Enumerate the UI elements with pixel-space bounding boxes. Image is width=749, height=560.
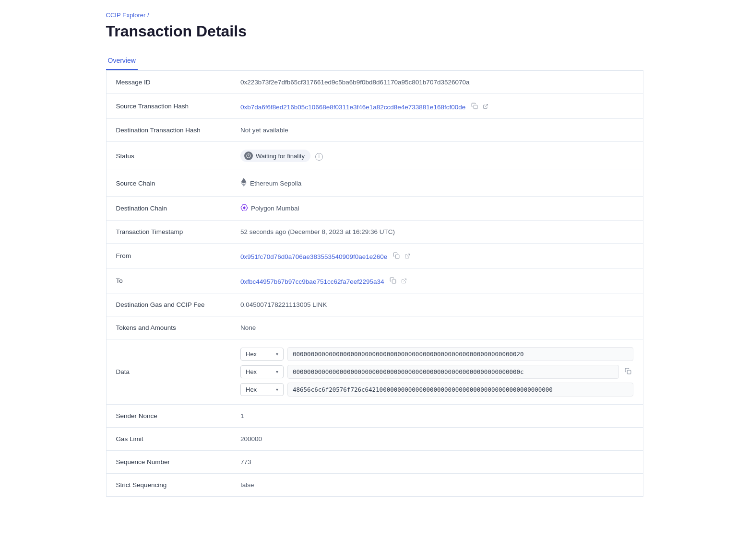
- row-tx-timestamp: Transaction Timestamp 52 seconds ago (De…: [106, 221, 643, 244]
- status-badge: Waiting for finality: [240, 150, 310, 162]
- label-strict-sequencing: Strict Sequencing: [106, 474, 231, 497]
- status-info-icon[interactable]: i: [315, 153, 323, 161]
- from-external-icon[interactable]: [404, 252, 411, 260]
- source-tx-hash-link[interactable]: 0xb7da6f6f8ed216b05c10668e8f0311e3f46e1a…: [240, 104, 465, 111]
- label-tx-timestamp: Transaction Timestamp: [106, 221, 231, 244]
- from-copy-icon[interactable]: [392, 251, 401, 260]
- label-dest-chain: Destination Chain: [106, 197, 231, 221]
- label-to: To: [106, 268, 231, 293]
- source-tx-hash-copy-icon[interactable]: [470, 102, 479, 110]
- label-data: Data: [106, 339, 231, 405]
- svg-line-1: [485, 105, 488, 107]
- value-to: 0xfbc44957b67b97cc9bae751cc62fa7eef2295a…: [231, 268, 643, 293]
- row-tokens-amounts: Tokens and Amounts None: [106, 316, 643, 339]
- row-dest-chain: Destination Chain Polygon Mumbai: [106, 197, 643, 221]
- data-format-arrow-1: ▾: [276, 369, 278, 374]
- row-status: Status Waiting for finality i: [106, 142, 643, 170]
- value-dest-chain: Polygon Mumbai: [231, 197, 643, 221]
- data-format-select-2[interactable]: Hex ▾: [240, 383, 284, 396]
- breadcrumb: CCIP Explorer /: [106, 12, 643, 19]
- data-row-2: Hex ▾ 48656c6c6f20576f726c64210000000000…: [240, 383, 633, 397]
- value-from: 0x951fc70d76d0a706ae383553540909f0ae1e26…: [231, 244, 643, 268]
- value-tx-timestamp: 52 seconds ago (December 8, 2023 at 16:2…: [231, 221, 643, 244]
- from-address-link[interactable]: 0x951fc70d76d0a706ae383553540909f0ae1e26…: [240, 253, 387, 260]
- row-dest-tx-hash: Destination Transaction Hash Not yet ava…: [106, 119, 643, 142]
- label-source-tx-hash: Source Transaction Hash: [106, 94, 231, 119]
- data-format-arrow-2: ▾: [276, 387, 278, 392]
- data-format-label-0: Hex: [246, 350, 257, 358]
- source-chain-name: Ethereum Sepolia: [250, 180, 301, 187]
- value-source-tx-hash: 0xb7da6f6f8ed216b05c10668e8f0311e3f46e1a…: [231, 94, 643, 119]
- svg-rect-0: [474, 105, 477, 109]
- data-format-select-1[interactable]: Hex ▾: [240, 365, 284, 378]
- value-source-chain: Ethereum Sepolia: [231, 170, 643, 197]
- row-sequence-number: Sequence Number 773: [106, 451, 643, 474]
- data-value-0: 0000000000000000000000000000000000000000…: [287, 347, 633, 361]
- to-address-link[interactable]: 0xfbc44957b67b97cc9bae751cc62fa7eef2295a…: [240, 278, 384, 285]
- to-external-icon[interactable]: [400, 277, 408, 285]
- value-tokens-amounts: None: [231, 316, 643, 339]
- value-message-id: 0x223b73f2e7dfb65cf317661ed9c5ba6b9f0bd8…: [231, 71, 643, 94]
- source-chain-container: Ethereum Sepolia: [240, 178, 301, 188]
- label-sequence-number: Sequence Number: [106, 451, 231, 474]
- data-format-select-0[interactable]: Hex ▾: [240, 348, 284, 361]
- source-tx-hash-external-icon[interactable]: [482, 103, 489, 110]
- breadcrumb-parent[interactable]: CCIP Explorer: [106, 12, 146, 19]
- value-sender-nonce: 1: [231, 405, 643, 428]
- svg-rect-7: [392, 280, 396, 283]
- svg-line-8: [404, 279, 406, 282]
- svg-marker-3: [241, 178, 246, 183]
- label-source-chain: Source Chain: [106, 170, 231, 197]
- label-from: From: [106, 244, 231, 268]
- tabs-bar: Overview: [106, 52, 643, 70]
- label-dest-gas-fee: Destination Gas and CCIP Fee: [106, 293, 231, 316]
- label-sender-nonce: Sender Nonce: [106, 405, 231, 428]
- row-gas-limit: Gas Limit 200000: [106, 428, 643, 451]
- page-container: CCIP Explorer / Transaction Details Over…: [87, 0, 663, 508]
- label-status: Status: [106, 142, 231, 170]
- value-dest-gas-fee: 0.045007178221113005 LINK: [231, 293, 643, 316]
- svg-marker-4: [241, 183, 246, 187]
- row-from: From 0x951fc70d76d0a706ae383553540909f0a…: [106, 244, 643, 268]
- ethereum-icon: [240, 178, 247, 188]
- value-sequence-number: 773: [231, 451, 643, 474]
- data-section: Hex ▾ 0000000000000000000000000000000000…: [240, 347, 633, 397]
- svg-rect-5: [395, 255, 399, 258]
- label-tokens-amounts: Tokens and Amounts: [106, 316, 231, 339]
- data-value-2: 48656c6c6f20576f726c64210000000000000000…: [287, 383, 633, 397]
- tab-overview[interactable]: Overview: [106, 52, 138, 70]
- row-message-id: Message ID 0x223b73f2e7dfb65cf317661ed9c…: [106, 71, 643, 94]
- row-dest-gas-fee: Destination Gas and CCIP Fee 0.045007178…: [106, 293, 643, 316]
- value-strict-sequencing: false: [231, 474, 643, 497]
- data-copy-icon[interactable]: [623, 366, 633, 378]
- status-badge-icon: [244, 152, 253, 160]
- svg-line-6: [407, 254, 410, 257]
- page-title: Transaction Details: [106, 23, 643, 40]
- data-row-0: Hex ▾ 0000000000000000000000000000000000…: [240, 347, 633, 361]
- row-strict-sequencing: Strict Sequencing false: [106, 474, 643, 497]
- data-format-label-2: Hex: [246, 386, 257, 393]
- row-source-chain: Source Chain Ethereum Sepolia: [106, 170, 643, 197]
- dest-chain-name: Polygon Mumbai: [251, 205, 299, 212]
- breadcrumb-separator: /: [147, 12, 149, 19]
- label-dest-tx-hash: Destination Transaction Hash: [106, 119, 231, 142]
- value-status: Waiting for finality i: [231, 142, 643, 170]
- dest-chain-container: Polygon Mumbai: [240, 204, 299, 212]
- value-gas-limit: 200000: [231, 428, 643, 451]
- value-dest-tx-hash: Not yet available: [231, 119, 643, 142]
- data-format-label-1: Hex: [246, 368, 257, 375]
- data-format-arrow-0: ▾: [276, 351, 278, 357]
- status-badge-text: Waiting for finality: [256, 152, 305, 160]
- data-row-1: Hex ▾ 0000000000000000000000000000000000…: [240, 365, 633, 379]
- value-data: Hex ▾ 0000000000000000000000000000000000…: [231, 339, 643, 405]
- details-table: Message ID 0x223b73f2e7dfb65cf317661ed9c…: [106, 70, 643, 497]
- row-source-tx-hash: Source Transaction Hash 0xb7da6f6f8ed216…: [106, 94, 643, 119]
- row-to: To 0xfbc44957b67b97cc9bae751cc62fa7eef22…: [106, 268, 643, 293]
- row-sender-nonce: Sender Nonce 1: [106, 405, 643, 428]
- polygon-icon: [240, 204, 248, 212]
- row-data: Data Hex ▾ 00000000000000000000000000000…: [106, 339, 643, 405]
- label-gas-limit: Gas Limit: [106, 428, 231, 451]
- svg-rect-9: [627, 370, 631, 374]
- to-copy-icon[interactable]: [389, 276, 397, 285]
- data-value-1: 0000000000000000000000000000000000000000…: [287, 365, 619, 379]
